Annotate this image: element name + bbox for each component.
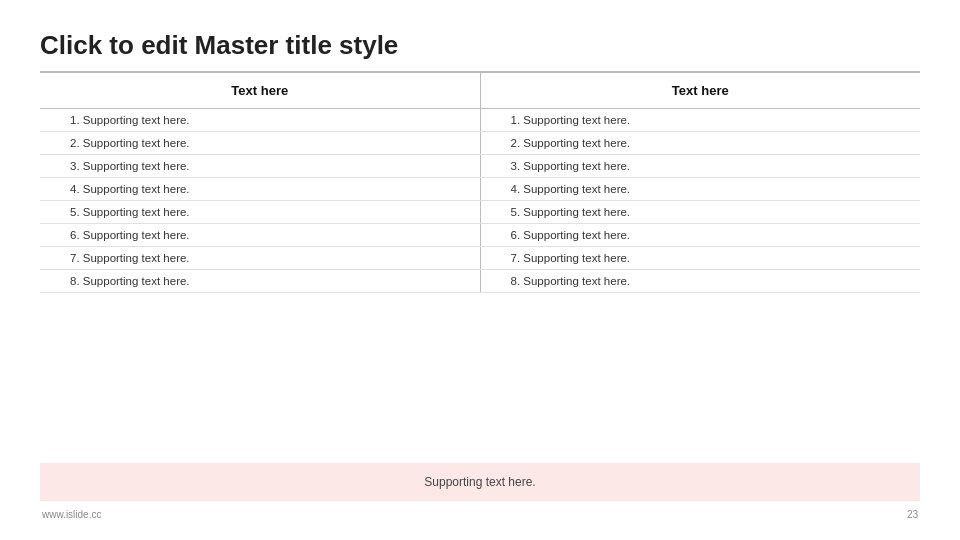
left-cell-1: 1. Supporting text here. (40, 109, 480, 132)
content-table: Text here Text here 1. Supporting text h… (40, 72, 920, 293)
slide: Click to edit Master title style Text he… (0, 0, 960, 540)
table-container: Text here Text here 1. Supporting text h… (40, 72, 920, 453)
table-row: 4. Supporting text here.4. Supporting te… (40, 178, 920, 201)
slide-title: Click to edit Master title style (40, 30, 920, 61)
table-row: 2. Supporting text here.2. Supporting te… (40, 132, 920, 155)
footer-page: 23 (907, 509, 918, 520)
table-row: 5. Supporting text here.5. Supporting te… (40, 201, 920, 224)
table-row: 1. Supporting text here.1. Supporting te… (40, 109, 920, 132)
slide-footer: www.islide.cc 23 (40, 509, 920, 520)
footer-bar: Supporting text here. (40, 463, 920, 501)
right-cell-1: 1. Supporting text here. (480, 109, 920, 132)
table-row: 6. Supporting text here.6. Supporting te… (40, 224, 920, 247)
left-cell-6: 6. Supporting text here. (40, 224, 480, 247)
left-cell-5: 5. Supporting text here. (40, 201, 480, 224)
right-cell-6: 6. Supporting text here. (480, 224, 920, 247)
col-header-2: Text here (480, 73, 920, 109)
left-cell-4: 4. Supporting text here. (40, 178, 480, 201)
right-cell-2: 2. Supporting text here. (480, 132, 920, 155)
left-cell-3: 3. Supporting text here. (40, 155, 480, 178)
footer-text: Supporting text here. (424, 475, 535, 489)
table-row: 7. Supporting text here.7. Supporting te… (40, 247, 920, 270)
table-row: 3. Supporting text here.3. Supporting te… (40, 155, 920, 178)
right-cell-3: 3. Supporting text here. (480, 155, 920, 178)
left-cell-8: 8. Supporting text here. (40, 270, 480, 293)
col-header-1: Text here (40, 73, 480, 109)
left-cell-7: 7. Supporting text here. (40, 247, 480, 270)
table-row: 8. Supporting text here.8. Supporting te… (40, 270, 920, 293)
left-cell-2: 2. Supporting text here. (40, 132, 480, 155)
right-cell-7: 7. Supporting text here. (480, 247, 920, 270)
right-cell-8: 8. Supporting text here. (480, 270, 920, 293)
right-cell-4: 4. Supporting text here. (480, 178, 920, 201)
right-cell-5: 5. Supporting text here. (480, 201, 920, 224)
footer-url: www.islide.cc (42, 509, 101, 520)
